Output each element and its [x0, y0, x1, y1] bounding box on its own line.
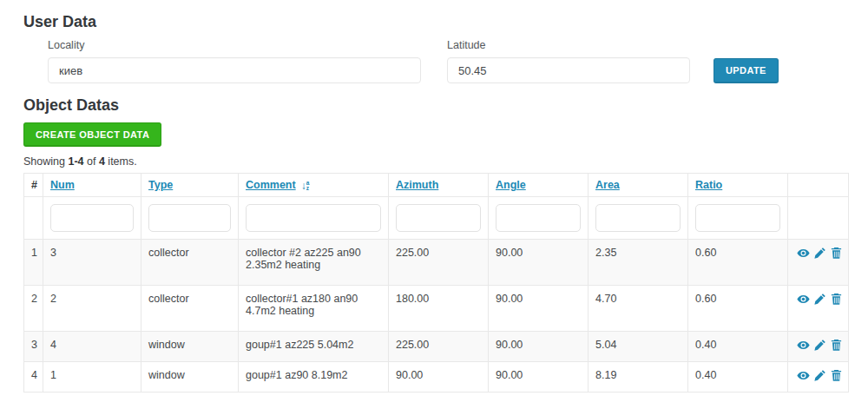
cell-type: collector: [141, 240, 239, 286]
locality-label: Locality: [48, 39, 421, 51]
cell-azimuth: 225.00: [389, 332, 489, 362]
table-row: 2 2 collector collector#1 az180 an90 4.7…: [24, 286, 849, 332]
header-azimuth: Azimuth: [389, 174, 489, 197]
cell-num: 3: [43, 240, 141, 286]
latitude-label: Latitude: [447, 39, 690, 51]
filter-row: [24, 197, 849, 240]
cell-num: 4: [43, 332, 141, 362]
filter-input-num[interactable]: [50, 204, 134, 232]
eye-icon: [797, 369, 810, 382]
filter-input-area[interactable]: [595, 204, 681, 232]
cell-index: 3: [24, 332, 43, 362]
edit-action[interactable]: [813, 369, 826, 382]
cell-azimuth: 225.00: [389, 240, 489, 286]
pencil-icon: [813, 247, 826, 260]
view-action[interactable]: [797, 339, 810, 352]
eye-icon: [797, 339, 810, 352]
sort-link-azimuth[interactable]: Azimuth: [396, 179, 438, 191]
cell-type: window: [141, 332, 239, 362]
create-object-data-button[interactable]: CREATE OBJECT DATA: [23, 122, 161, 147]
object-data-grid: # Num Type Comment↓az Azimuth Angle Area…: [23, 173, 849, 393]
pencil-icon: [813, 339, 826, 352]
cell-actions: [788, 362, 849, 393]
sort-link-area[interactable]: Area: [595, 179, 620, 191]
table-row: 4 1 window goup#1 az90 8.19m2 90.00 90.0…: [24, 362, 849, 393]
summary-total: 4: [99, 155, 105, 168]
eye-icon: [797, 293, 810, 306]
trash-icon: [830, 369, 843, 382]
cell-comment: goup#1 az90 8.19m2: [239, 362, 389, 393]
cell-ratio: 0.60: [688, 240, 788, 286]
header-type: Type: [141, 174, 239, 197]
cell-ratio: 0.40: [688, 362, 788, 393]
summary-items: items.: [108, 155, 136, 168]
sort-link-comment[interactable]: Comment: [246, 179, 296, 191]
cell-azimuth: 180.00: [389, 286, 489, 332]
cell-index: 2: [24, 286, 43, 332]
cell-num: 2: [43, 286, 141, 332]
trash-icon: [830, 293, 843, 306]
cell-ratio: 0.60: [688, 286, 788, 332]
summary-showing: Showing: [23, 155, 65, 168]
header-angle: Angle: [489, 174, 589, 197]
filter-input-angle[interactable]: [496, 204, 581, 232]
pencil-icon: [813, 293, 826, 306]
create-row: CREATE OBJECT DATA: [23, 122, 846, 147]
filter-input-comment[interactable]: [246, 204, 381, 232]
cell-type: collector: [141, 286, 239, 332]
page: User Data Locality Latitude UPDATE Objec…: [0, 0, 868, 393]
header-num: Num: [43, 174, 141, 197]
filter-cell-actions: [788, 197, 849, 240]
summary-of: of: [87, 155, 95, 168]
header-row: # Num Type Comment↓az Azimuth Angle Area…: [24, 174, 849, 197]
filter-input-ratio[interactable]: [695, 204, 780, 232]
cell-angle: 90.00: [489, 332, 589, 362]
filter-cell-index: [24, 197, 43, 240]
cell-index: 1: [24, 240, 43, 286]
cell-area: 4.70: [589, 286, 688, 332]
cell-actions: [788, 332, 849, 362]
sort-link-angle[interactable]: Angle: [496, 179, 526, 191]
pencil-icon: [813, 369, 826, 382]
cell-area: 2.35: [589, 240, 688, 286]
filter-input-type[interactable]: [148, 204, 231, 232]
cell-type: window: [141, 362, 239, 393]
sort-link-ratio[interactable]: Ratio: [695, 179, 722, 191]
eye-icon: [797, 247, 810, 260]
sort-link-num[interactable]: Num: [50, 179, 75, 191]
cell-angle: 90.00: [489, 240, 589, 286]
view-action[interactable]: [797, 369, 810, 382]
cell-num: 1: [43, 362, 141, 393]
table-row: 3 4 window goup#1 az225 5.04m2 225.00 90…: [24, 332, 849, 362]
header-index: #: [24, 174, 43, 197]
sort-link-type[interactable]: Type: [148, 179, 173, 191]
edit-action[interactable]: [813, 293, 826, 306]
edit-action[interactable]: [813, 247, 826, 260]
header-area: Area: [589, 174, 688, 197]
update-button[interactable]: UPDATE: [713, 58, 779, 83]
header-ratio: Ratio: [688, 174, 788, 197]
cell-actions: [788, 240, 849, 286]
view-action[interactable]: [797, 293, 810, 306]
cell-ratio: 0.40: [688, 332, 788, 362]
cell-comment: collector#1 az180 an90 4.7m2 heating: [239, 286, 389, 332]
filter-input-azimuth[interactable]: [396, 204, 481, 232]
cell-angle: 90.00: [489, 286, 589, 332]
delete-action[interactable]: [830, 247, 843, 260]
header-comment: Comment↓az: [239, 174, 389, 197]
latitude-input[interactable]: [447, 57, 690, 83]
edit-action[interactable]: [813, 339, 826, 352]
delete-action[interactable]: [830, 293, 843, 306]
user-data-form: Locality Latitude UPDATE: [48, 39, 846, 83]
cell-area: 8.19: [589, 362, 688, 393]
view-action[interactable]: [797, 247, 810, 260]
delete-action[interactable]: [830, 369, 843, 382]
header-actions: [788, 174, 849, 197]
cell-azimuth: 90.00: [389, 362, 489, 393]
cell-area: 5.04: [589, 332, 688, 362]
locality-input[interactable]: [48, 57, 421, 83]
delete-action[interactable]: [830, 339, 843, 352]
summary-range: 1-4: [68, 155, 83, 168]
cell-comment: goup#1 az225 5.04m2: [239, 332, 389, 362]
locality-field-group: Locality: [48, 39, 421, 83]
